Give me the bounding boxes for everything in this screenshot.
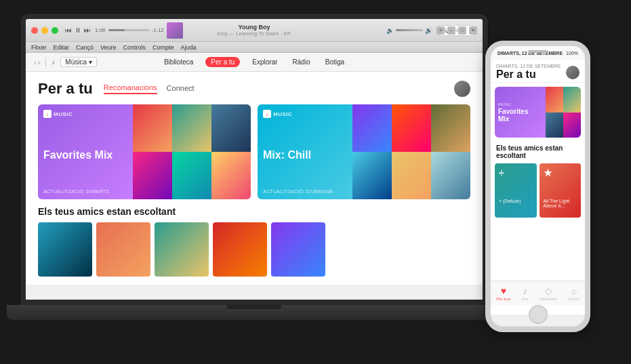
friend-thumb-2[interactable] (96, 222, 150, 277)
phone-user-avatar[interactable] (566, 66, 579, 79)
favorites-mix-card[interactable]: ♪ MUSIC Favorites Mix ACTUALITZACIÓ: DIM… (38, 104, 251, 199)
menu-editar[interactable]: Editar (54, 44, 70, 51)
page-title: Per a tu (38, 80, 93, 98)
phone-mix-card[interactable]: MUSIC Favorites Mix (495, 87, 581, 138)
list-view-button[interactable]: ≡ (436, 26, 445, 35)
thumb-1 (133, 104, 172, 152)
phone-header: DIMARTS, 12 DE SETEMBRE Per a tu (491, 60, 585, 83)
chill-thumb-1 (352, 104, 392, 152)
chill-thumb-2 (392, 104, 431, 152)
friends-section-title: Els teus amics estan escoltant (38, 206, 470, 217)
page-header: Per a tu Recomanacions Connect (38, 80, 470, 98)
nav-biblioteca[interactable]: Biblioteca (161, 57, 196, 67)
favorites-mix-main: ♪ MUSIC Favorites Mix ACTUALITZACIÓ: DIM… (38, 104, 133, 199)
breadcrumb-dropdown[interactable]: Música ▾ (60, 57, 96, 67)
thumb-5 (172, 152, 211, 199)
progress-bar[interactable] (108, 29, 149, 31)
traffic-lights (31, 27, 58, 34)
chill-mix-main: ♪ MUSIC Mix: Chill ACTUALITZACIÓ: DIUMEN… (258, 104, 352, 199)
prev-button[interactable]: ⏮ (65, 26, 72, 34)
song-title: Young Boy (218, 24, 291, 31)
nav-explorar[interactable]: Explorar (249, 57, 280, 67)
phone-mix-name-line1: Favorites (498, 108, 542, 115)
menu-ajuda[interactable]: Ajuda (181, 44, 197, 51)
favorites-mix-update: ACTUALITZACIÓ: DIMARTS (43, 189, 127, 194)
favorites-mix-thumbnails (133, 104, 251, 199)
friend-thumb-1[interactable] (38, 222, 92, 277)
dropdown-arrow-icon: ▾ (89, 58, 92, 66)
chill-thumb-4 (352, 152, 392, 199)
phone-friend-card-1[interactable]: ÷ + (Deluxe) (495, 163, 537, 218)
laptop-screen: ⏮ ⏸ ⏭ 1:06 -1:12 Young Boy Inny — Learni… (26, 19, 483, 300)
phone-header-date: DIMARTS, 12 DE SETEMBRE (496, 64, 561, 68)
thumb-4 (133, 152, 172, 199)
nav-per-a-tu[interactable]: Per a tu (205, 57, 240, 67)
phone-nav-ara[interactable]: ♪ Ara (522, 285, 528, 301)
now-playing-artwork (167, 22, 183, 39)
music-note-icon: ♪ (52, 58, 55, 66)
play-pause-button[interactable]: ⏸ (75, 26, 81, 34)
phone-friends-title: Els teus amics estan escoltant (491, 142, 585, 161)
phone-home-button[interactable] (529, 305, 548, 324)
phone-friend-label-2: All The Light Above It... (544, 199, 577, 208)
next-button[interactable]: ⏭ (84, 26, 91, 34)
phone-nav-descobrir[interactable]: ◇ Descobrir (540, 285, 557, 301)
menu-canco[interactable]: Cançó (76, 44, 94, 51)
nav-botiga[interactable]: Botiga (323, 57, 347, 67)
phone-bezel: DIMARTS, 12 DE SETEMBRE 100% DIMARTS, 12… (485, 41, 590, 332)
window-min[interactable]: – (447, 26, 455, 35)
menu-controls[interactable]: Controls (123, 44, 146, 51)
music-badge-2: ♪ MUSIC (263, 110, 347, 118)
volume-bar[interactable] (396, 29, 423, 31)
phone-nav-label-0: Per a tu (496, 297, 510, 301)
itunes-titlebar: ⏮ ⏸ ⏭ 1:06 -1:12 Young Boy Inny — Learni… (26, 19, 483, 42)
chill-mix-update: ACTUALITZACIÓ: DIUMENGE (263, 189, 347, 194)
menu-fitxer[interactable]: Fitxer (31, 44, 47, 51)
tab-recomanacions[interactable]: Recomanacions (104, 83, 157, 94)
apple-music-label-2: MUSIC (273, 111, 292, 117)
music-icon: ♪ (523, 285, 527, 296)
user-avatar[interactable] (454, 81, 470, 97)
friend-thumb-3[interactable] (155, 222, 209, 277)
phone: DIMARTS, 12 DE SETEMBRE 100% DIMARTS, 12… (485, 41, 590, 332)
window-max[interactable]: □ (458, 26, 466, 35)
time-elapsed: 1:06 (95, 27, 106, 33)
window-controls: ≡ – □ ✕ (436, 26, 477, 35)
song-sub: Inny — Learning To Swim - EP (218, 31, 291, 37)
phone-status-bar: DIMARTS, 12 DE SETEMBRE 100% (491, 46, 585, 60)
phone-nav-cerca[interactable]: ⌕ Cerca (569, 285, 579, 301)
phone-battery: 100% (566, 51, 578, 56)
progress-section: 1:06 -1:12 (95, 27, 164, 33)
chill-thumb-3 (431, 104, 470, 152)
chill-mix-card[interactable]: ♪ MUSIC Mix: Chill ACTUALITZACIÓ: DIUMEN… (258, 104, 470, 199)
phone-thumb-4 (563, 113, 581, 138)
nav-back[interactable]: ‹ (34, 58, 37, 66)
phone-nav-label-3: Cerca (569, 297, 579, 301)
minimize-button[interactable] (41, 27, 48, 34)
maximize-button[interactable] (52, 27, 58, 34)
friends-row (38, 222, 470, 277)
window-close[interactable]: ✕ (469, 26, 477, 35)
phone-nav-per-a-tu[interactable]: ♥ Per a tu (496, 285, 510, 301)
menu-compte[interactable]: Compte (152, 44, 174, 51)
apple-music-label-1: MUSIC (54, 111, 73, 117)
itunes-toolbar: ‹ › ♪ Música ▾ Biblioteca Per a tu Explo… (26, 53, 483, 72)
close-button[interactable] (31, 27, 38, 34)
phone-friend-card-2[interactable]: ★ All The Light Above It... (540, 163, 582, 218)
menu-veure[interactable]: Veure (100, 44, 117, 51)
mixes-grid: ♪ MUSIC Favorites Mix ACTUALITZACIÓ: DIM… (38, 104, 470, 199)
friend-thumb-5[interactable] (271, 222, 325, 277)
phone-mix-main: MUSIC Favorites Mix (495, 87, 546, 138)
tab-connect[interactable]: Connect (167, 84, 195, 94)
nav-radio[interactable]: Ràdio (290, 57, 313, 67)
nav-forward[interactable]: › (38, 58, 41, 66)
thumb-2 (172, 104, 211, 152)
phone-nav-label-2: Descobrir (540, 297, 557, 301)
breadcrumb-label: Música (65, 58, 87, 66)
music-badge-1: ♪ MUSIC (43, 110, 127, 118)
chill-mix-thumbnails (352, 104, 470, 199)
song-info: Young Boy Inny — Learning To Swim - EP (218, 24, 291, 37)
friend-thumb-4[interactable] (213, 222, 267, 277)
volume-control[interactable]: 🔈 🔊 (386, 27, 432, 34)
phone-thumb-2 (563, 87, 581, 113)
